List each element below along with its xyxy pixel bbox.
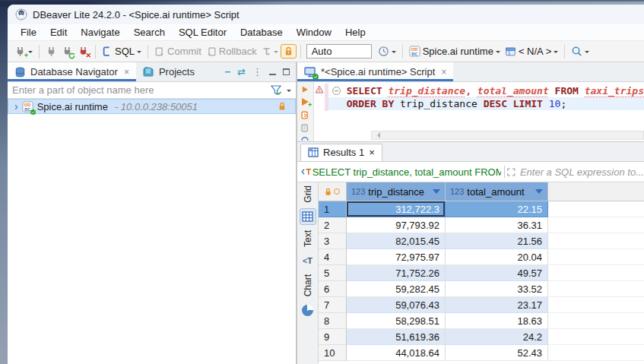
expand-filter-icon[interactable]	[507, 167, 516, 177]
execute-script-button[interactable]	[300, 111, 310, 119]
commit-button[interactable]: Commit	[152, 44, 204, 59]
table-row[interactable]: 382,015.4521.56	[319, 233, 644, 249]
table-row[interactable]: 571,752.2649.57	[319, 265, 644, 281]
row-number[interactable]: 7	[319, 297, 347, 313]
active-schema-combo[interactable]: < N/A >	[503, 44, 560, 59]
cell[interactable]: 44,018.64	[347, 345, 446, 361]
fold-collapse-icon[interactable]: −	[332, 87, 341, 95]
active-connection-combo[interactable]: ODBC Spice.ai runtime	[407, 44, 503, 59]
disconnect-button[interactable]: ✕	[75, 44, 91, 59]
tab-chart-label[interactable]: Chart	[303, 274, 313, 296]
row-number[interactable]: 6	[319, 281, 347, 297]
menu-help[interactable]: Help	[338, 25, 373, 40]
code-line[interactable]: ORDER BY trip_distance DESC LIMIT 10;	[328, 97, 644, 110]
tab-chart[interactable]	[300, 302, 316, 318]
execute-new-tab-button[interactable]: +	[300, 97, 309, 106]
cell[interactable]: 22.15	[446, 201, 548, 217]
close-icon[interactable]: ×	[124, 67, 129, 78]
table-row[interactable]: 858,298.5118.63	[319, 313, 644, 329]
menu-file[interactable]: File	[14, 25, 43, 40]
expression-input[interactable]: Enter a SQL expression to...	[520, 166, 644, 178]
tab-text-label[interactable]: Text	[303, 230, 313, 247]
new-connection-button[interactable]: +	[12, 44, 35, 59]
connect-button[interactable]	[43, 44, 59, 59]
sort-desc-icon[interactable]	[535, 189, 543, 198]
minimize-panel-icon[interactable]	[269, 69, 276, 75]
column-header-trip-distance[interactable]: 123 trip_distance	[347, 182, 446, 201]
link-with-editor-icon[interactable]: ⇄	[237, 66, 246, 78]
row-number[interactable]: 2	[319, 217, 347, 233]
table-row[interactable]: 1312,722.322.15	[319, 201, 644, 217]
close-icon[interactable]: ×	[441, 67, 446, 78]
row-number[interactable]: 4	[319, 249, 347, 265]
expander-icon[interactable]: ›	[14, 101, 18, 112]
scroll-left-arrow[interactable]	[374, 132, 380, 138]
cell[interactable]: 59,282.45	[347, 281, 446, 297]
cell[interactable]: 21.56	[446, 233, 548, 249]
row-number[interactable]: 10	[319, 345, 347, 361]
table-row[interactable]: 1044,018.6452.43	[319, 345, 644, 361]
tab-sql-script[interactable]: *<Spice.ai runtime> Script ×	[297, 62, 453, 81]
maximize-panel-icon[interactable]	[283, 68, 290, 75]
row-number[interactable]: 3	[319, 233, 347, 249]
object-filter-input[interactable]	[12, 84, 271, 96]
sql-editor[interactable]: + − SELECT trip_distance, total_amount F…	[297, 82, 644, 142]
view-menu-icon[interactable]: ⋮	[252, 66, 262, 78]
tab-results-1[interactable]: Results 1 ×	[300, 144, 382, 161]
cell[interactable]: 18.63	[446, 313, 548, 329]
cell[interactable]: 58,298.51	[347, 313, 446, 329]
connection-lock-toggle[interactable]	[281, 44, 297, 59]
cell[interactable]: 51,619.36	[347, 329, 446, 345]
menu-sql-editor[interactable]: SQL Editor	[172, 25, 233, 40]
close-icon[interactable]: ×	[369, 147, 375, 158]
table-row[interactable]: 759,076.4323.17	[319, 297, 644, 313]
open-sql-editor-button[interactable]: SQL	[100, 44, 144, 59]
execute-statement-button[interactable]	[300, 86, 309, 93]
cell[interactable]: 23.17	[446, 297, 548, 313]
row-number[interactable]: 8	[319, 313, 347, 329]
code-area[interactable]: − SELECT trip_distance, total_amount FRO…	[328, 82, 644, 141]
grid-corner-cell[interactable]	[319, 182, 347, 201]
cell[interactable]: 52.43	[446, 345, 548, 361]
search-button[interactable]	[569, 44, 592, 59]
tab-database-navigator[interactable]: Database Navigator ×	[8, 62, 136, 81]
cell[interactable]: 97,793.92	[347, 217, 446, 233]
cell[interactable]: 20.04	[446, 249, 548, 265]
menu-navigate[interactable]: Navigate	[74, 25, 126, 40]
sort-desc-icon[interactable]	[433, 189, 440, 198]
transaction-log-button[interactable]	[376, 44, 398, 59]
caret-icon[interactable]	[287, 90, 291, 94]
menu-edit[interactable]: Edit	[43, 25, 74, 40]
cell[interactable]: 72,975.97	[347, 249, 446, 265]
collapse-all-icon[interactable]: −	[225, 66, 231, 78]
code-line[interactable]: SELECT trip_distance, total_amount FROM …	[347, 84, 644, 97]
table-row[interactable]: 297,793.9236.31	[319, 217, 644, 233]
menu-search[interactable]: Search	[127, 25, 172, 40]
tab-text[interactable]: <T	[300, 252, 316, 269]
row-number[interactable]: 5	[319, 265, 347, 281]
cell[interactable]: 24.2	[446, 329, 548, 345]
tab-grid[interactable]	[300, 208, 316, 225]
commit-mode-combo[interactable]: Auto	[306, 44, 372, 59]
cell[interactable]: 59,076.43	[347, 297, 446, 313]
column-header-total-amount[interactable]: 123 total_amount	[446, 182, 548, 201]
cell[interactable]: 312,722.3	[347, 201, 446, 217]
table-row[interactable]: 472,975.9720.04	[319, 249, 644, 265]
tab-grid-label[interactable]: Grid	[303, 185, 313, 203]
cell[interactable]: 71,752.26	[347, 265, 446, 281]
tab-projects[interactable]: Projects	[136, 62, 201, 81]
row-number[interactable]: 9	[319, 329, 347, 345]
cell[interactable]: 33.52	[446, 281, 548, 297]
filter-icon[interactable]	[271, 85, 283, 96]
menu-database[interactable]: Database	[233, 25, 290, 40]
rollback-button[interactable]: Rollback	[204, 44, 259, 59]
reconnect-button[interactable]	[59, 44, 75, 59]
table-row[interactable]: 951,619.3624.2	[319, 329, 644, 345]
explain-plan-button[interactable]	[300, 124, 310, 132]
horizontal-scrollbar[interactable]	[371, 131, 644, 140]
cell[interactable]: 36.31	[446, 217, 548, 233]
connection-tree-item[interactable]: › ODBC Spice.ai runtime - 10.0.0.238:500…	[8, 99, 296, 114]
table-row[interactable]: 659,282.4533.52	[319, 281, 644, 297]
cell[interactable]: 82,015.45	[347, 233, 446, 249]
row-number[interactable]: 1	[319, 201, 347, 217]
